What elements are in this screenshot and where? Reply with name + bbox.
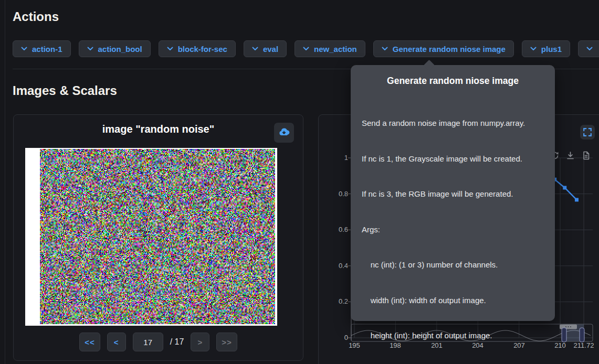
actions-section-title: Actions [13, 9, 59, 24]
action-button-plus1[interactable]: plus1 [522, 40, 570, 57]
random-noise-image [40, 149, 275, 324]
first-page-button[interactable]: << [79, 333, 100, 351]
action-button-new-action[interactable]: new_action [295, 40, 365, 57]
grip-dot [568, 326, 569, 327]
description-line: If nc is 1, the Grayscale image will be … [362, 153, 555, 165]
chart-toolbar [550, 151, 591, 160]
prev-page-button[interactable]: < [107, 333, 126, 351]
fullscreen-icon [582, 127, 593, 137]
y-tick-label: 0 [328, 334, 348, 341]
y-tick-label: 0.4 [328, 262, 348, 270]
range-slider-left-handle[interactable] [562, 328, 566, 342]
description-line: Args: [362, 224, 555, 236]
description-line: height (int): height of output image. [362, 330, 555, 342]
image-pagination: << < / 17 > >> [14, 333, 303, 351]
download-icon[interactable] [565, 151, 575, 160]
image-card: image "random noise" << < / 17 > >> [13, 114, 303, 361]
description-line: Send a random noise image from numpy.arr… [362, 117, 555, 130]
chevron-down-icon [382, 47, 388, 51]
cloud-download-icon [278, 126, 290, 139]
y-tick-label: 0.2 [328, 297, 348, 305]
popup-description: Send a random noise image from numpy.arr… [362, 94, 555, 364]
chevron-down-icon [21, 47, 27, 51]
cloud-download-button[interactable] [274, 123, 294, 143]
page-total-label: / 17 [170, 337, 184, 347]
y-tick-label: 1 [328, 154, 348, 162]
description-line: nc (int): (1 or 3) number of channels. [362, 259, 555, 271]
action-button-label: block-for-sec [178, 45, 227, 53]
grip-dot [565, 326, 566, 327]
images-scalars-section-title: Images & Scalars [13, 83, 117, 98]
next-page-button[interactable]: > [191, 333, 209, 351]
x-tick-label: 211.72 [569, 341, 598, 349]
last-page-button[interactable]: >> [216, 333, 237, 351]
chevron-down-icon [303, 47, 309, 51]
page-number-input[interactable] [133, 333, 163, 351]
description-line: If nc is 3, the RGB image will be genera… [362, 188, 555, 200]
action-button-eval[interactable]: eval [244, 40, 287, 57]
chevron-down-icon [586, 47, 593, 51]
action-button-action-1[interactable]: action-1 [13, 40, 71, 57]
action-button-label: Generate random niose image [393, 45, 506, 53]
series-line [555, 179, 577, 200]
image-card-title: image "random noise" [14, 123, 303, 135]
series-marker [575, 198, 579, 201]
fullscreen-button[interactable] [580, 125, 595, 140]
action-button-action-bool[interactable]: action_bool [79, 40, 151, 57]
action-button-label: eval [263, 45, 278, 53]
chevron-down-icon [252, 47, 258, 51]
action-button-label: action_bool [98, 45, 142, 53]
y-tick-label: 0.6 [328, 226, 348, 233]
noise-image-figure [25, 148, 277, 326]
actions-row: action-1 action_bool block-for-sec eval … [13, 40, 599, 57]
popup-title: Generate random niose image [351, 65, 555, 87]
description-line: width (int): width of output image. [362, 295, 555, 307]
series-marker [563, 186, 566, 189]
action-button-label: action-1 [32, 45, 62, 53]
action-button-block-for-sec[interactable]: block-for-sec [159, 40, 236, 57]
document-icon[interactable] [581, 151, 591, 160]
action-button-label: new_action [314, 45, 357, 53]
grip-dot [570, 326, 571, 327]
action-popup: Generate random niose image Send a rando… [351, 65, 555, 321]
range-slider-right-handle[interactable] [580, 328, 584, 342]
chart-series [553, 178, 579, 202]
action-button-label: plus1 [541, 45, 562, 53]
chevron-down-icon [167, 47, 173, 51]
left-border-line [5, 0, 5, 364]
action-button-partial[interactable] [578, 40, 599, 57]
action-button-generate-random-niose-image[interactable]: Generate random niose image [373, 40, 514, 57]
y-tick-label: 0.8 [328, 190, 348, 198]
chevron-down-icon [87, 47, 93, 51]
chevron-down-icon [530, 47, 537, 51]
